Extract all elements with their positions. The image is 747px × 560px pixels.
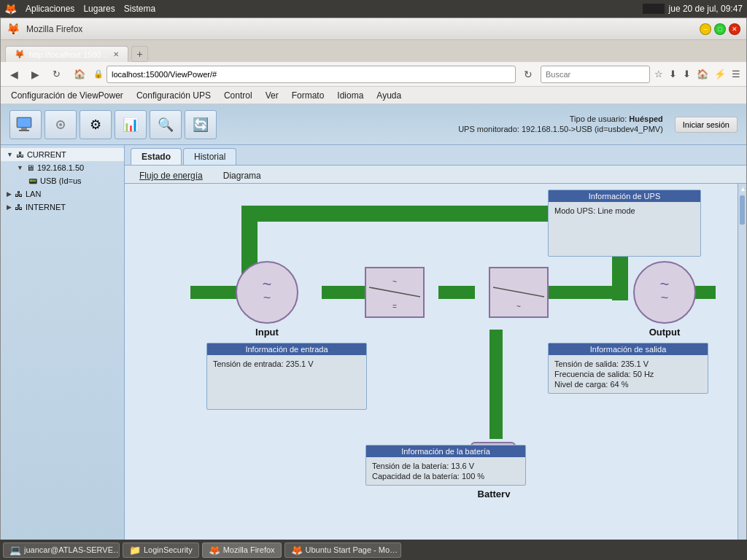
save-page-icon[interactable]: ⬇ xyxy=(667,67,678,81)
svg-rect-2 xyxy=(21,128,27,130)
output-info-header: Información de salida xyxy=(549,343,708,355)
minimize-button[interactable]: – xyxy=(700,23,711,35)
sidebar-item-current[interactable]: ▼ 🖧 CURRENT xyxy=(1,148,124,161)
home-button[interactable]: 🏠 xyxy=(69,66,90,82)
svg-rect-1 xyxy=(18,118,31,127)
tab-historial[interactable]: Historial xyxy=(183,148,236,165)
taskbar-item-terminal[interactable]: 💻 juancar@ATLAS-SERVE… xyxy=(3,542,120,558)
svg-rect-3 xyxy=(19,130,29,131)
url-input[interactable] xyxy=(107,66,516,83)
scrollbar-up-button[interactable]: ▲ xyxy=(738,184,746,194)
home-addr-icon[interactable]: 🏠 xyxy=(695,67,710,81)
subtab-diagrama[interactable]: Diagrama xyxy=(214,168,270,183)
svg-rect-11 xyxy=(322,286,365,299)
battery-capacity-value: 100 % xyxy=(462,472,484,481)
refresh-tool-button[interactable]: 🔄 xyxy=(185,110,217,139)
menu-idioma[interactable]: Idioma xyxy=(331,89,369,102)
lock-icon: 🔒 xyxy=(93,69,104,79)
viewpower-container: ⚙ 📊 🔍 🔄 Tipo de usuario: Huésped UPS mon… xyxy=(1,104,746,560)
menu-sistema[interactable]: Sistema xyxy=(124,4,155,14)
ups-mode-row: Modo UPS: Line mode xyxy=(554,206,694,215)
search-input[interactable] xyxy=(541,66,650,83)
network-status-icon xyxy=(643,4,665,14)
window-controls: – □ ✕ xyxy=(700,23,740,35)
system-bar-left: 🦊 Aplicaciones Lugares Sistema xyxy=(4,3,155,15)
back-button[interactable]: ◀ xyxy=(5,66,23,83)
sidebar-item-lan[interactable]: ▶ 🖧 LAN xyxy=(1,187,124,201)
output-freq-label: Frecuencia de salida: xyxy=(554,370,631,378)
menu-aplicaciones[interactable]: Aplicaciones xyxy=(26,4,74,14)
expand-arrow-icon: ▼ xyxy=(7,151,13,158)
refresh-button[interactable]: ↻ xyxy=(47,66,66,82)
output-voltage-label: Tensión de salida: xyxy=(554,359,619,368)
input-voltage-value: 235.1 V xyxy=(286,359,314,368)
new-tab-button[interactable]: + xyxy=(131,46,147,62)
output-freq-value: 50 Hz xyxy=(633,370,654,378)
battery-label: Battery xyxy=(478,489,511,497)
reload-button[interactable]: ↻ xyxy=(519,66,538,83)
ups-info-header: Información de UPS xyxy=(549,190,700,202)
output-load-row: Nivel de carga: 64 % xyxy=(554,380,702,389)
system-datetime: jue 20 de jul, 09:47 xyxy=(669,4,743,14)
search-tool-button[interactable]: 🔍 xyxy=(150,110,182,139)
sidebar-item-internet[interactable]: ▶ 🖧 INTERNET xyxy=(1,201,124,214)
download-icon[interactable]: ⬇ xyxy=(681,67,692,81)
pocket-icon[interactable]: ⚡ xyxy=(713,67,727,81)
address-bar-icons: ☆ ⬇ ⬇ 🏠 ⚡ ☰ xyxy=(653,67,742,81)
menu-ayuda[interactable]: Ayuda xyxy=(371,89,407,102)
settings-tool-button[interactable] xyxy=(44,110,77,139)
output-load-label: Nivel de carga: xyxy=(554,380,608,389)
menu-control[interactable]: Control xyxy=(218,89,258,102)
login-button[interactable]: Iniciar sesión xyxy=(675,117,738,133)
firefox-titlebar: 🦊 Mozilla Firefox – □ ✕ xyxy=(1,18,746,40)
battery-info-header: Información de la batería xyxy=(366,446,525,457)
menu-icon[interactable]: ☰ xyxy=(730,67,742,81)
vp-subtabs: Flujo de energía Diagrama xyxy=(125,166,746,184)
output-voltage-row: Tensión de salida: 235.1 V xyxy=(554,359,702,368)
input-info-box: Información de entrada Tensión de entrad… xyxy=(206,343,367,410)
subtab-flujo[interactable]: Flujo de energía xyxy=(131,168,212,183)
app-menu-icon: 🦊 xyxy=(4,3,17,15)
expand-internet-arrow-icon: ▶ xyxy=(7,203,12,211)
taskbar-item-firefox[interactable]: 🦊 Mozilla Firefox xyxy=(202,542,282,558)
menu-configuracion-vp[interactable]: Configuración de ViewPower xyxy=(5,89,129,102)
menu-lugares[interactable]: Lugares xyxy=(83,4,115,14)
bookmark-star-icon[interactable]: ☆ xyxy=(653,67,665,81)
svg-rect-12 xyxy=(438,286,475,299)
output-label: Output xyxy=(649,327,681,338)
vp-sidebar: ▼ 🖧 CURRENT ▼ 🖥 192.168.1.50 📟 USB (Id=u… xyxy=(1,145,125,560)
browser-tab[interactable]: 🦊 http://localhost:1500… ✕ xyxy=(5,46,128,62)
svg-text:=: = xyxy=(392,303,397,311)
svg-point-5 xyxy=(59,123,62,126)
sidebar-item-usb[interactable]: 📟 USB (Id=us xyxy=(1,174,124,187)
monitor-tool-button[interactable] xyxy=(9,110,42,139)
menu-ver[interactable]: Ver xyxy=(260,89,285,102)
input-label: Input xyxy=(255,327,279,338)
forward-button[interactable]: ▶ xyxy=(26,66,44,83)
battery-capacity-row: Capacidad de la batería: 100 % xyxy=(372,472,519,481)
taskbar-item-ubuntu[interactable]: 🦊 Ubuntu Start Page - Mo… xyxy=(285,542,401,558)
tab-close-icon[interactable]: ✕ xyxy=(113,50,119,58)
battery-info-body: Tensión de la batería: 13.6 V Capacidad … xyxy=(366,457,525,485)
close-button[interactable]: ✕ xyxy=(729,23,740,35)
taskbar-item-loginsecurity[interactable]: 📁 LoginSecurity xyxy=(123,542,199,558)
config-tool-button[interactable]: ⚙ xyxy=(80,110,112,139)
ups-info-body: Modo UPS: Line mode xyxy=(549,202,700,256)
battery-voltage-value: 13.6 V xyxy=(451,462,474,470)
scrollbar-thumb[interactable] xyxy=(740,195,745,225)
sidebar-internet-label: INTERNET xyxy=(26,203,66,211)
system-bar: 🦊 Aplicaciones Lugares Sistema jue 20 de… xyxy=(0,0,747,18)
terminal-icon: 💻 xyxy=(9,545,21,556)
report-tool-button[interactable]: 📊 xyxy=(115,110,147,139)
sidebar-item-ip[interactable]: ▼ 🖥 192.168.1.50 xyxy=(1,161,124,174)
menu-formato[interactable]: Formato xyxy=(286,89,330,102)
ups-monitored-value: 192.168.1.50->USB (id=usbdev4_PMV) xyxy=(522,125,663,133)
vertical-scrollbar[interactable]: ▲ ▼ xyxy=(738,184,746,560)
system-bar-right: jue 20 de jul, 09:47 xyxy=(643,4,743,14)
tab-estado[interactable]: Estado xyxy=(131,148,182,165)
maximize-button[interactable]: □ xyxy=(714,23,726,35)
menu-configuracion-ups[interactable]: Configuración UPS xyxy=(131,89,217,102)
input-info-header: Información de entrada xyxy=(207,343,366,355)
sidebar-usb-icon: 📟 xyxy=(28,177,37,185)
taskbar-loginsecurity-label: LoginSecurity xyxy=(144,545,193,554)
